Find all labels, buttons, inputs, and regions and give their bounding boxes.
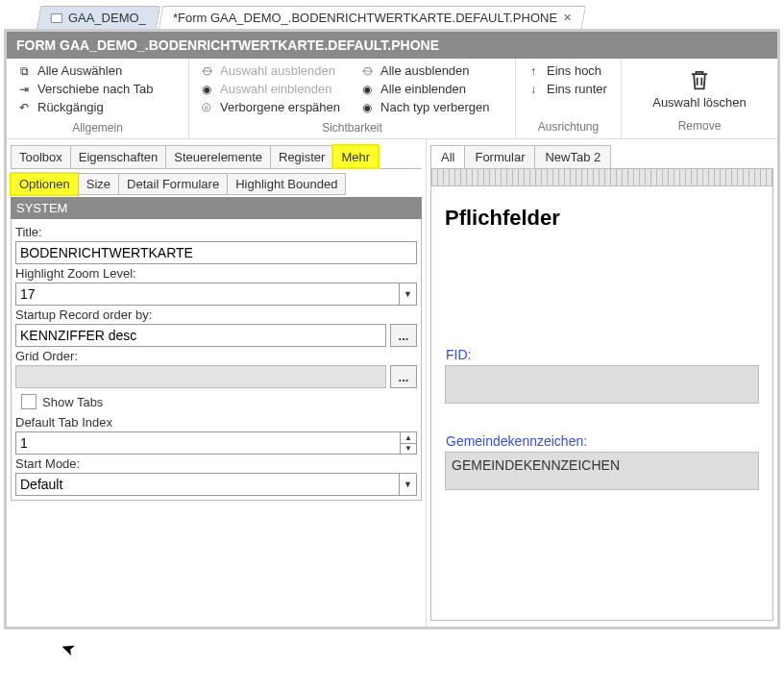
eye-slash-icon: ⦵ bbox=[199, 64, 214, 78]
show-selection-button[interactable]: ◉Auswahl einblenden bbox=[197, 81, 342, 97]
preview-field-gemeindekennzeichen[interactable]: GEMEINDEKENNZEICHEN bbox=[445, 452, 759, 490]
reveal-hidden-button[interactable]: ⦾Verborgene erspähen bbox=[197, 99, 342, 115]
tab-toolbox[interactable]: Toolbox bbox=[11, 145, 71, 168]
form-title: FORM GAA_DEMO_.BODENRICHTWERTKARTE.DEFAU… bbox=[16, 37, 439, 53]
ribbon-group-ausrichtung: ↑Eins hoch ↓Eins runter Ausrichtung bbox=[516, 59, 622, 138]
undo-icon: ↶ bbox=[16, 101, 32, 114]
preview-tab-bar: All Formular NewTab 2 bbox=[430, 145, 773, 169]
ruler bbox=[431, 169, 772, 186]
hide-selection-button[interactable]: ⦵Auswahl ausblenden bbox=[197, 62, 342, 79]
tab-detail-formulare[interactable]: Detail Formulare bbox=[118, 173, 228, 195]
spinner-up-button[interactable]: ▲ bbox=[401, 432, 416, 444]
panel-tab-bar-1: Toolbox Eigenschaften Steuerelemente Reg… bbox=[11, 145, 422, 169]
preview-field-label-fid[interactable]: FID: bbox=[445, 346, 759, 363]
form-icon bbox=[51, 13, 62, 23]
ribbon-group-sichtbarkeit: ⦵Auswahl ausblenden ◉Auswahl einblenden … bbox=[189, 59, 516, 138]
preview-field-label-gemeindekennzeichen[interactable]: Gemeindekennzeichen: bbox=[445, 432, 759, 450]
document-tab-label: GAA_DEMO_ bbox=[68, 11, 146, 25]
arrow-down-icon: ↓ bbox=[526, 83, 541, 96]
document-tab-inactive[interactable]: GAA_DEMO_ bbox=[37, 6, 160, 29]
chevron-down-icon[interactable]: ▼ bbox=[400, 283, 417, 306]
document-tab-label: *Form GAA_DEMO_.BODENRICHTWERTKARTE.DEFA… bbox=[173, 11, 557, 25]
reveal-icon: ⦾ bbox=[199, 101, 214, 114]
move-up-button[interactable]: ↑Eins hoch bbox=[524, 62, 613, 79]
delete-selection-button[interactable]: Auswahl löschen bbox=[645, 62, 754, 113]
preview-canvas[interactable]: Pflichfelder FID: Gemeindekennzeichen: G… bbox=[430, 169, 773, 621]
ribbon-group-label: Ausrichtung bbox=[524, 114, 613, 137]
preview-tab-formular[interactable]: Formular bbox=[464, 145, 535, 168]
ribbon-group-label: Remove bbox=[678, 113, 722, 136]
show-all-button[interactable]: ◉Alle einblenden bbox=[357, 81, 491, 97]
tab-mehr[interactable]: Mehr bbox=[332, 145, 379, 168]
move-down-button[interactable]: ↓Eins runter bbox=[524, 81, 613, 97]
preview-panel: All Formular NewTab 2 Pflichfelder FID: … bbox=[426, 139, 777, 627]
show-tabs-label: Show Tabs bbox=[42, 395, 103, 409]
chevron-down-icon[interactable]: ▼ bbox=[400, 473, 417, 496]
document-tab-active[interactable]: *Form GAA_DEMO_.BODENRICHTWERTKARTE.DEFA… bbox=[159, 6, 586, 29]
form-title-bar: FORM GAA_DEMO_.BODENRICHTWERTKARTE.DEFAU… bbox=[7, 32, 777, 59]
preview-heading[interactable]: Pflichfelder bbox=[445, 206, 759, 231]
document-tab-bar: GAA_DEMO_ *Form GAA_DEMO_.BODENRICHTWERT… bbox=[0, 0, 784, 29]
startup-order-input[interactable] bbox=[15, 324, 386, 347]
hide-by-type-button[interactable]: ◉Nach typ verbergen bbox=[357, 99, 491, 115]
eye-icon: ◉ bbox=[359, 101, 375, 114]
tab-highlight-bounded[interactable]: Highlight Bounded bbox=[227, 173, 346, 195]
show-tabs-checkbox[interactable] bbox=[21, 394, 37, 409]
start-mode-label: Start Mode: bbox=[15, 456, 417, 471]
move-tab-icon: ⇥ bbox=[16, 83, 32, 96]
move-to-tab-button[interactable]: ⇥Verschiebe nach Tab bbox=[14, 81, 181, 97]
tab-optionen[interactable]: Optionen bbox=[11, 173, 79, 195]
grid-order-label: Grid Order: bbox=[15, 349, 417, 363]
tab-size[interactable]: Size bbox=[78, 173, 119, 195]
ribbon-group-label: Sichtbarkeit bbox=[197, 115, 507, 138]
eye-icon: ◉ bbox=[359, 83, 375, 96]
tab-register[interactable]: Register bbox=[270, 145, 333, 168]
eye-icon: ◉ bbox=[199, 83, 214, 96]
spinner-down-button[interactable]: ▼ bbox=[401, 444, 416, 455]
ribbon: ⧉Alle Auswählen ⇥Verschiebe nach Tab ↶Rü… bbox=[7, 59, 777, 139]
tab-eigenschaften[interactable]: Eigenschaften bbox=[70, 145, 166, 168]
trash-icon bbox=[686, 66, 713, 93]
highlight-zoom-input[interactable] bbox=[15, 283, 400, 306]
preview-field-fid[interactable] bbox=[445, 365, 759, 404]
system-panel-body: Title: Highlight Zoom Level: ▼ Startup R… bbox=[11, 219, 422, 501]
startup-order-browse-button[interactable]: ... bbox=[390, 324, 417, 347]
default-tab-index-label: Default Tab Index bbox=[15, 415, 417, 430]
preview-tab-all[interactable]: All bbox=[430, 145, 465, 168]
grid-order-browse-button[interactable]: ... bbox=[390, 365, 417, 388]
undo-button[interactable]: ↶Rückgängig bbox=[14, 99, 181, 115]
arrow-up-icon: ↑ bbox=[526, 64, 541, 78]
title-input[interactable] bbox=[15, 241, 417, 264]
grid-order-input[interactable] bbox=[15, 365, 386, 388]
startup-order-label: Startup Record order by: bbox=[15, 308, 417, 322]
highlight-zoom-label: Highlight Zoom Level: bbox=[15, 266, 417, 281]
title-label: Title: bbox=[15, 225, 417, 239]
close-icon[interactable]: ✕ bbox=[563, 12, 572, 24]
tab-steuerelemente[interactable]: Steuerelemente bbox=[165, 145, 271, 168]
start-mode-input[interactable] bbox=[15, 473, 400, 496]
eye-slash-icon: ⦵ bbox=[359, 64, 375, 78]
panel-tab-bar-2: Optionen Size Detail Formulare Highlight… bbox=[11, 169, 422, 195]
preview-tab-newtab2[interactable]: NewTab 2 bbox=[534, 145, 611, 168]
select-all-button[interactable]: ⧉Alle Auswählen bbox=[14, 62, 181, 79]
ribbon-group-remove: Auswahl löschen Remove bbox=[622, 59, 777, 138]
system-panel-header: SYSTEM bbox=[11, 197, 422, 219]
ribbon-group-label: Allgemein bbox=[14, 115, 181, 138]
hide-all-button[interactable]: ⦵Alle ausblenden bbox=[357, 62, 491, 79]
cursor-icon: ➤ bbox=[59, 636, 80, 661]
select-all-icon: ⧉ bbox=[16, 64, 32, 78]
default-tab-index-input[interactable] bbox=[15, 431, 400, 455]
properties-panel: Toolbox Eigenschaften Steuerelemente Reg… bbox=[7, 139, 426, 627]
ribbon-group-allgemein: ⧉Alle Auswählen ⇥Verschiebe nach Tab ↶Rü… bbox=[7, 59, 189, 138]
